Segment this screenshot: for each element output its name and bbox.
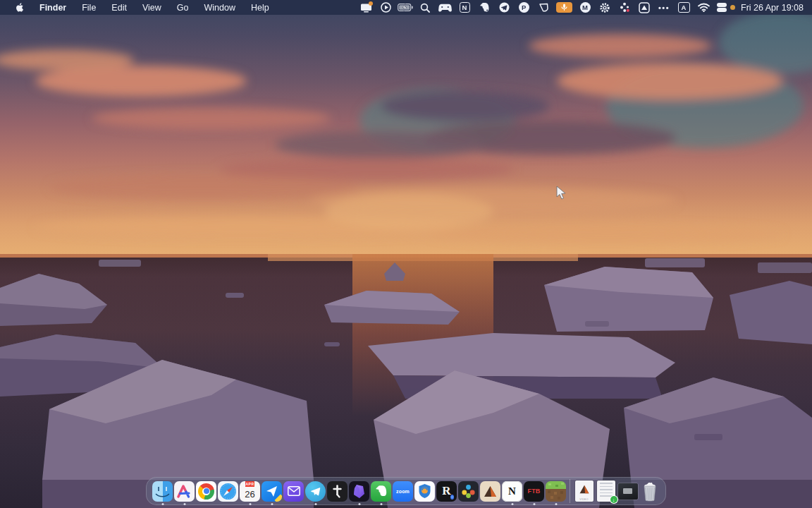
gear-icon[interactable] <box>595 0 615 15</box>
input-source-icon[interactable]: A <box>674 0 694 15</box>
menu-go[interactable]: Go <box>169 0 197 15</box>
overflow-ellipsis-icon[interactable]: ••• <box>654 0 674 15</box>
pick-outline-icon[interactable] <box>534 0 553 15</box>
r-letter: R <box>442 484 450 498</box>
display-mirroring-icon[interactable] <box>356 0 376 15</box>
ftb-wordmark: FTB <box>527 488 540 495</box>
dock-file-image[interactable] <box>617 477 639 505</box>
dock-evernote[interactable] <box>370 477 392 505</box>
notion-letter: N <box>508 485 516 497</box>
running-indicator <box>161 503 164 505</box>
dock-zoom[interactable]: zoom <box>392 477 414 505</box>
desktop: Finder File Edit View Go Window Help <box>0 0 812 508</box>
shield-icon <box>418 483 431 499</box>
triangle-box-icon[interactable] <box>634 0 654 15</box>
dock-finder[interactable] <box>152 477 173 505</box>
wallpaper-clouds <box>0 0 812 255</box>
apple-logo-icon <box>16 2 25 13</box>
wifi-icon[interactable] <box>694 0 713 15</box>
davinci-lobes-icon <box>461 484 476 499</box>
arc-logo-icon <box>177 485 192 498</box>
running-indicator <box>249 503 251 505</box>
dock-safari[interactable] <box>217 477 239 505</box>
mountain-logo-icon <box>483 485 498 497</box>
menu-view[interactable]: View <box>135 0 169 15</box>
recording-dot <box>730 5 735 10</box>
menu-edit[interactable]: Edit <box>104 0 135 15</box>
calendar-day: 26 <box>245 487 254 502</box>
m-circle-icon[interactable]: M <box>575 0 595 15</box>
dock-arc[interactable] <box>173 477 195 505</box>
running-indicator <box>358 503 360 505</box>
dock-calendar[interactable]: APR 26 <box>239 477 261 505</box>
image-thumbnail <box>618 483 638 500</box>
video-file-logo <box>579 485 590 494</box>
menu-window[interactable]: Window <box>196 0 242 15</box>
sync-badge-icon: ↓ <box>610 496 617 503</box>
control-center-icon[interactable] <box>713 0 730 15</box>
trash-icon <box>641 480 658 502</box>
calendar-month: APR <box>245 481 254 487</box>
dock-file-note[interactable]: ↓ <box>595 477 617 505</box>
dock-chrome[interactable] <box>195 477 217 505</box>
envelope-icon <box>288 486 300 496</box>
dock-vpn-shield[interactable] <box>414 477 436 505</box>
running-indicator <box>271 503 273 505</box>
running-indicator <box>380 503 382 505</box>
wallpaper-sunset-icebergs <box>0 0 812 508</box>
battery-charging-icon[interactable] <box>395 0 415 15</box>
dock-spark-mail[interactable] <box>261 477 283 505</box>
evernote-icon[interactable] <box>474 0 494 15</box>
menu-bar: Finder File Edit View Go Window Help <box>0 0 812 15</box>
dock-notion[interactable]: N <box>501 477 523 505</box>
menu-finder[interactable]: Finder <box>32 0 74 15</box>
dock-mountain-terminal[interactable] <box>479 477 501 505</box>
dock-davinci-resolve[interactable] <box>457 477 479 505</box>
paper-plane-icon <box>266 485 278 497</box>
menu-help[interactable]: Help <box>243 0 277 15</box>
play-circle-icon[interactable] <box>376 0 395 15</box>
grass-block-icon <box>546 481 566 502</box>
dots-cluster-icon[interactable] <box>615 0 634 15</box>
chrome-logo-icon <box>198 483 214 500</box>
telegram-icon[interactable] <box>494 0 514 15</box>
dock-telegram[interactable] <box>304 477 326 505</box>
game-controller-icon[interactable] <box>435 0 455 15</box>
dock-separator <box>570 479 570 503</box>
notion-icon[interactable]: N <box>455 0 474 15</box>
running-indicator <box>314 503 316 505</box>
dock-minecraft[interactable] <box>545 477 567 505</box>
zoom-wordmark: zoom <box>396 489 410 494</box>
spotlight-search-icon[interactable] <box>415 0 435 15</box>
menu-file[interactable]: File <box>74 0 104 15</box>
dock-mail-purple[interactable] <box>283 477 304 505</box>
wallpaper-icebergs <box>0 254 812 508</box>
file-label: VIDEO <box>575 498 593 501</box>
running-indicator <box>533 503 535 505</box>
menu-bar-clock[interactable]: Fri 26 Apr 19:08 <box>737 3 805 13</box>
safari-compass-icon <box>219 483 237 500</box>
dock: APR 26 <box>146 477 666 505</box>
apple-menu[interactable] <box>7 0 32 15</box>
running-indicator <box>555 503 557 505</box>
dock-dagger-app[interactable] <box>326 477 348 505</box>
obsidian-gem-icon <box>353 484 365 499</box>
running-indicator <box>183 503 185 505</box>
dock-reeder[interactable]: R <box>436 477 457 505</box>
microphone-active-icon[interactable] <box>553 0 575 15</box>
telegram-plane-icon <box>310 485 321 497</box>
dagger-icon <box>333 485 342 498</box>
dock-file-video[interactable]: VIDEO <box>573 477 595 505</box>
finder-face-icon <box>152 481 173 502</box>
p-circle-icon[interactable]: P <box>514 0 534 15</box>
dock-obsidian[interactable] <box>348 477 370 505</box>
dock-trash[interactable] <box>639 477 660 505</box>
notification-badge <box>369 1 373 6</box>
evernote-elephant-icon <box>375 485 388 497</box>
running-indicator <box>511 503 513 505</box>
dock-ftb[interactable]: FTB <box>523 477 545 505</box>
mouse-cursor <box>556 186 566 200</box>
